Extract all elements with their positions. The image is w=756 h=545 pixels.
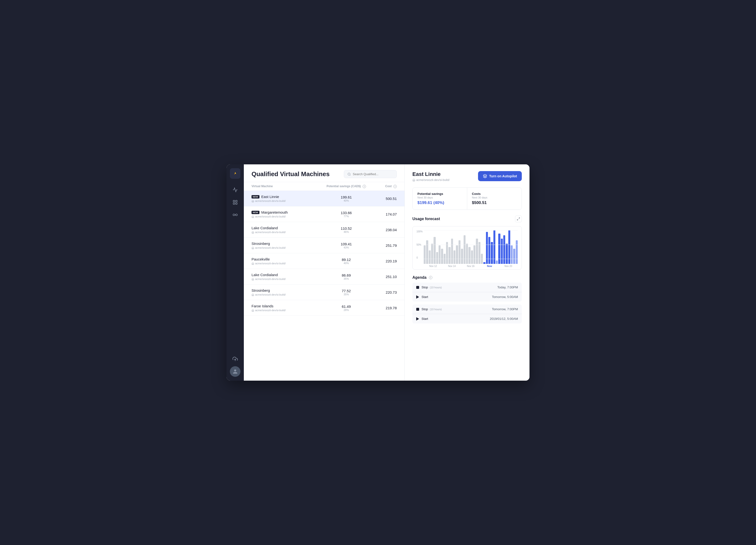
chart-bar: [448, 247, 450, 264]
svg-line-9: [517, 219, 518, 220]
main-header: Qualified Virtual Machines: [244, 164, 404, 182]
cost-info-icon[interactable]: i: [393, 185, 397, 188]
vm-name-cell: NEW Margaretemouth acme/snoozit-dev/si-b…: [252, 210, 325, 218]
potential-savings-card: Potential savings Next 30 days $199.61 (…: [413, 188, 467, 210]
table-container: NEW East Linnie acme/snoozit-dev/si-buil…: [244, 191, 404, 381]
start-icon: [416, 317, 419, 320]
chart-bar: [501, 239, 503, 264]
svg-line-7: [350, 175, 351, 176]
chart-bar: [516, 240, 518, 264]
table-row[interactable]: NEW Margaretemouth acme/snoozit-dev/si-b…: [244, 207, 404, 222]
agenda-action: Stop (10 hours): [422, 285, 442, 289]
table-row[interactable]: Paucekville acme/snoozit-dev/si-build/ 8…: [244, 253, 404, 269]
vm-name: Faroe Islands: [252, 304, 273, 308]
cost-cell: 251.10: [368, 274, 397, 279]
table-row[interactable]: Strosinberg acme/snoozit-dev/si-build/ 1…: [244, 238, 404, 253]
costs-value: $500.51: [472, 201, 517, 205]
detail-vm-path: acme/snoozit-dev/si-build/: [412, 178, 450, 182]
table-row[interactable]: Faroe Islands acme/snoozit-dev/si-build/…: [244, 300, 404, 316]
savings-cell: 110.52 46%: [325, 227, 368, 233]
table-row[interactable]: NEW East Linnie acme/snoozit-dev/si-buil…: [244, 191, 404, 207]
detail-header: East Linnie acme/snoozit-dev/si-build/ T…: [412, 171, 522, 182]
savings-cell: 109.41 43%: [325, 242, 368, 249]
svg-line-8: [519, 218, 520, 219]
col-savings-label: Potential savings (CAD$) i: [325, 185, 368, 188]
agenda-section: Agenda i Stop (10 hours) Today, 7:00PM S…: [412, 275, 522, 326]
agenda-info-icon[interactable]: i: [429, 276, 432, 279]
app-container: Qualified Virtual Machines Virtual Machi…: [227, 164, 529, 381]
chart-bar: [424, 245, 426, 264]
chart-bar: [468, 247, 470, 264]
costs-period: Next 30 days: [472, 196, 517, 199]
savings-period: Next 30 days: [417, 196, 462, 199]
stop-icon: [416, 286, 419, 289]
chart-bar: [466, 244, 468, 264]
savings-pct: 40%: [325, 199, 368, 202]
detail-vm-info: East Linnie acme/snoozit-dev/si-build/: [412, 171, 450, 182]
cost-cell: 500.51: [368, 197, 397, 201]
chart-bar: [473, 245, 475, 264]
savings-cell: 89.12 40%: [325, 258, 368, 265]
metrics-grid: Potential savings Next 30 days $199.61 (…: [412, 188, 522, 210]
chart-bar: [476, 239, 478, 264]
savings-cell: 61.49 28%: [325, 304, 368, 311]
stop-icon: [416, 308, 419, 311]
chart-bar: [439, 245, 441, 264]
logo[interactable]: [230, 168, 240, 179]
agenda-time: Today, 7:00PM: [497, 285, 518, 289]
sidebar-item-upload[interactable]: [230, 354, 240, 364]
vm-name: Lake Cordialand: [252, 226, 278, 230]
svg-rect-2: [236, 201, 237, 202]
chart-bar: [493, 230, 495, 264]
chart-bar: [511, 245, 513, 264]
usage-chart: 100% 50% 0 Nov 12 Nov 14 Nov 16 Now: [412, 226, 522, 270]
table-row[interactable]: Lake Cordialand acme/snoozit-dev/si-buil…: [244, 269, 404, 284]
chart-bar: [434, 237, 435, 264]
search-bar[interactable]: [344, 170, 397, 178]
chart-bar: [503, 235, 505, 264]
savings-value: 199.61: [325, 195, 368, 199]
chart-bar: [461, 249, 463, 264]
chart-bar: [459, 240, 460, 264]
sidebar-item-avatar[interactable]: [230, 366, 240, 377]
agenda-group: Stop (10 hours) Tomorrow, 7:00PM Start 2…: [412, 304, 522, 323]
agenda-action: Stop (10 hours): [422, 307, 442, 311]
chart-x-labels: Nov 12 Nov 14 Nov 16 Now Nov 20: [424, 265, 518, 268]
chart-bar: [426, 240, 428, 264]
savings-value: $199.61 (40%): [417, 201, 462, 205]
chart-bar: [513, 249, 515, 264]
vm-path: acme/snoozit-dev/si-build/: [252, 215, 325, 218]
sidebar-item-infinity[interactable]: [230, 210, 240, 220]
sidebar-item-filter[interactable]: [230, 197, 240, 208]
agenda-time: 2019/01/12, 5:00AM: [490, 317, 518, 320]
savings-info-icon[interactable]: i: [363, 185, 366, 188]
vm-path: acme/snoozit-dev/si-build/: [252, 277, 325, 280]
table-row[interactable]: Lake Cordialand acme/snoozit-dev/si-buil…: [244, 222, 404, 238]
vm-name-cell: Strosinberg acme/snoozit-dev/si-build/: [252, 288, 325, 296]
chart-y-labels: 100% 50% 0: [416, 230, 423, 259]
table-header: Virtual Machine Potential savings (CAD$)…: [244, 182, 404, 191]
search-input[interactable]: [353, 172, 393, 176]
chart-bar: [488, 237, 490, 264]
expand-button[interactable]: [515, 216, 522, 222]
vm-name: Strosinberg: [252, 288, 270, 292]
cost-cell: 220.19: [368, 259, 397, 263]
vm-name: Paucekville: [252, 257, 270, 261]
vm-path: acme/snoozit-dev/si-build/: [252, 200, 325, 202]
savings-pct: 40%: [325, 262, 368, 265]
svg-rect-1: [233, 201, 235, 202]
chart-bar: [456, 245, 458, 264]
vm-name: Strosinberg: [252, 242, 270, 246]
chart-bar: [451, 239, 453, 264]
savings-pct: 28%: [325, 308, 368, 311]
chart-bar: [498, 234, 500, 264]
agenda-time: Tomorrow, 5:00AM: [492, 295, 518, 299]
autopilot-icon: [483, 174, 487, 178]
vm-path: acme/snoozit-dev/si-build/: [252, 309, 325, 312]
table-row[interactable]: Strosinberg acme/snoozit-dev/si-build/ 7…: [244, 284, 404, 300]
bars-wrapper: [424, 230, 518, 264]
autopilot-button[interactable]: Turn on Autopilot: [478, 171, 522, 181]
sidebar-item-chart[interactable]: [230, 185, 240, 195]
vm-path: acme/snoozit-dev/si-build/: [252, 262, 325, 265]
vm-name-cell: Paucekville acme/snoozit-dev/si-build/: [252, 257, 325, 265]
